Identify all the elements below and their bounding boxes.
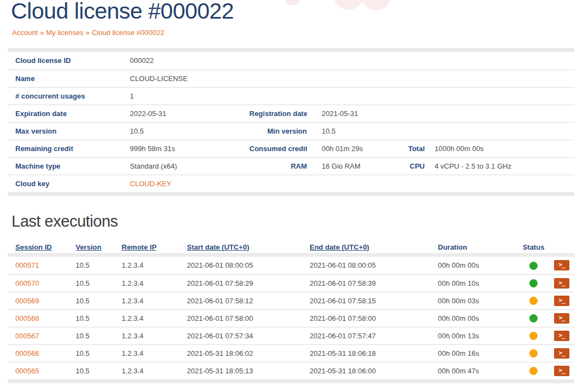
decorative-cloud-shape — [284, 0, 300, 5]
start-date-cell: 2021-06-01 07:58:12 — [187, 292, 310, 309]
terminal-icon[interactable]: >_ — [554, 296, 569, 306]
start-date-cell: 2021-06-01 07:57:34 — [187, 327, 310, 344]
session-id-link[interactable]: 000569 — [15, 297, 39, 305]
table-row: Remaining credit 999h 58m 31s Consumed c… — [8, 140, 574, 157]
duration-cell: 00h 00m 16s — [438, 344, 518, 362]
table-row: Machine type Standard (x64) RAM 16 Gio R… — [8, 157, 574, 175]
panel-bottom-bar — [8, 192, 574, 196]
header-separator-bar — [8, 253, 574, 257]
breadcrumb: Account»My licenses»Cloud license #00002… — [12, 28, 164, 37]
duration-cell: 00h 00m 00s — [438, 309, 518, 327]
page-title: Cloud license #000022 — [11, 0, 234, 24]
status-dot-icon — [529, 332, 538, 340]
session-id-link[interactable]: 000566 — [15, 349, 39, 358]
column-header-start-date[interactable]: Start date (UTC+0) — [187, 240, 310, 253]
column-header-version[interactable]: Version — [76, 240, 122, 253]
status-dot-icon — [529, 367, 538, 375]
concurrent-usages-label: # concurrent usages — [8, 87, 130, 105]
column-header-remote-ip[interactable]: Remote IP — [122, 240, 187, 253]
name-label: Name — [8, 70, 130, 87]
table-row: 000571 10.5 1.2.3.4 2021-06-01 08:00:05 … — [8, 257, 574, 274]
terminal-icon[interactable]: >_ — [554, 313, 569, 324]
license-details-panel: Cloud license ID 000022 Name CLOUD-LICEN… — [8, 48, 574, 196]
remaining-credit-label: Remaining credit — [8, 140, 130, 157]
terminal-icon[interactable]: >_ — [554, 260, 569, 270]
table-header-row: Session ID Version Remote IP Start date … — [8, 240, 574, 253]
start-date-cell: 2021-06-01 07:58:00 — [187, 309, 310, 327]
status-dot-icon — [529, 349, 538, 358]
duration-cell: 00h 00m 13s — [438, 327, 518, 344]
decorative-cloud-shape — [349, 0, 377, 3]
registration-date-value: 2021-05-31 — [307, 105, 574, 122]
session-id-link[interactable]: 000571 — [15, 261, 39, 269]
breadcrumb-separator: » — [85, 28, 89, 37]
total-credit-value: 1000h 00m 00s — [425, 140, 574, 157]
machine-type-value: Standard (x64) — [130, 157, 249, 175]
table-row: 000567 10.5 1.2.3.4 2021-06-01 07:57:34 … — [8, 327, 574, 344]
expiration-date-value: 2022-05-31 — [130, 105, 249, 122]
start-date-cell: 2021-06-01 07:58:29 — [187, 274, 310, 292]
cpu-label: CPU — [406, 157, 425, 175]
cloud-key-link[interactable]: CLOUD-KEY — [130, 180, 172, 188]
version-cell: 10.5 — [76, 292, 122, 309]
end-date-cell: 2021-05-31 18:06:18 — [310, 344, 438, 362]
terminal-icon[interactable]: >_ — [554, 366, 569, 376]
panel-bottom-bar — [8, 379, 574, 383]
status-dot-icon — [529, 297, 538, 305]
session-id-link[interactable]: 000567 — [15, 332, 39, 340]
start-date-cell: 2021-05-31 18:06:02 — [187, 344, 310, 362]
version-cell: 10.5 — [76, 274, 122, 292]
table-row: Name CLOUD-LICENSE — [8, 70, 574, 87]
remote-ip-cell: 1.2.3.4 — [122, 292, 187, 309]
table-row: Cloud license ID 000022 — [8, 52, 574, 70]
column-header-end-date[interactable]: End date (UTC+0) — [310, 240, 438, 253]
table-row: 000565 10.5 1.2.3.4 2021-05-31 18:05:13 … — [8, 362, 574, 379]
max-version-label: Max version — [8, 122, 130, 140]
duration-cell: 00h 00m 03s — [438, 292, 518, 309]
end-date-cell: 2021-05-31 18:06:00 — [310, 362, 438, 379]
remote-ip-cell: 1.2.3.4 — [122, 344, 187, 362]
ram-label: RAM — [249, 157, 307, 175]
start-date-cell: 2021-05-31 18:05:13 — [187, 362, 310, 379]
table-row: Cloud key CLOUD-KEY — [8, 175, 574, 192]
end-date-cell: 2021-06-01 07:58:00 — [310, 309, 438, 327]
license-details-table: Cloud license ID 000022 Name CLOUD-LICEN… — [8, 52, 574, 192]
column-header-session-id[interactable]: Session ID — [8, 240, 76, 253]
breadcrumb-link-account[interactable]: Account — [12, 28, 38, 37]
column-header-duration: Duration — [438, 240, 518, 253]
duration-cell: 00h 00m 47s — [438, 362, 518, 379]
last-executions-heading: Last executions — [12, 212, 118, 230]
table-row: 000570 10.5 1.2.3.4 2021-06-01 07:58:29 … — [8, 274, 574, 292]
name-value: CLOUD-LICENSE — [130, 70, 574, 87]
panel-top-bar — [8, 48, 574, 52]
remote-ip-cell: 1.2.3.4 — [122, 362, 187, 379]
last-executions-panel: Session ID Version Remote IP Start date … — [8, 240, 574, 383]
duration-cell: 00h 00m 10s — [438, 274, 518, 292]
max-version-value: 10.5 — [130, 122, 249, 140]
table-row: 000569 10.5 1.2.3.4 2021-06-01 07:58:12 … — [8, 292, 574, 309]
expiration-date-label: Expiration date — [8, 105, 130, 122]
concurrent-usages-value: 1 — [130, 87, 574, 105]
terminal-icon[interactable]: >_ — [554, 331, 569, 341]
terminal-icon[interactable]: >_ — [554, 348, 569, 359]
ram-value: 16 Gio RAM — [307, 157, 406, 175]
remaining-credit-value: 999h 58m 31s — [130, 140, 249, 157]
session-id-link[interactable]: 000568 — [15, 314, 39, 322]
last-executions-table: Session ID Version Remote IP Start date … — [8, 240, 574, 379]
column-header-status: Status — [518, 240, 549, 253]
cloud-license-id-label: Cloud license ID — [8, 52, 130, 70]
breadcrumb-link-my-licenses[interactable]: My licenses — [46, 28, 83, 37]
consumed-credit-value: 00h 01m 29s — [307, 140, 406, 157]
remote-ip-cell: 1.2.3.4 — [122, 309, 187, 327]
min-version-value: 10.5 — [307, 122, 574, 140]
machine-type-label: Machine type — [8, 157, 130, 175]
cloud-key-label: Cloud key — [8, 175, 130, 192]
column-header-actions — [549, 240, 574, 253]
status-dot-icon — [529, 262, 538, 270]
breadcrumb-current: Cloud license #000022 — [92, 28, 164, 37]
session-id-link[interactable]: 000565 — [15, 367, 39, 375]
status-dot-icon — [529, 279, 538, 287]
terminal-icon[interactable]: >_ — [554, 278, 569, 289]
version-cell: 10.5 — [76, 344, 122, 362]
session-id-link[interactable]: 000570 — [15, 279, 39, 287]
